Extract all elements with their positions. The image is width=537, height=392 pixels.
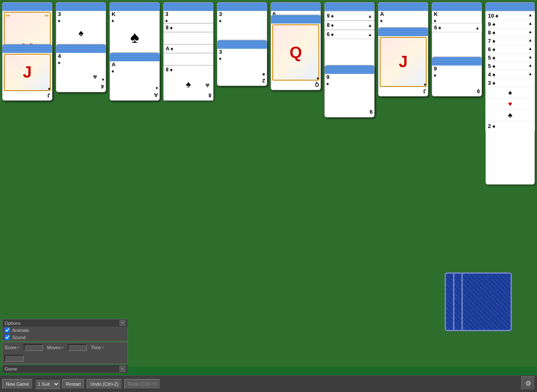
- card[interactable]: 9♠ 9: [324, 65, 375, 118]
- bottom-toolbar: New Game 1 Suit 2 Suits 4 Suits Restart …: [0, 375, 537, 392]
- moves-stat: Moves ×: [47, 345, 64, 350]
- gear-icon: ⚙: [525, 379, 531, 387]
- stock-pile[interactable]: [445, 272, 516, 337]
- options-header: Options ×: [3, 319, 128, 327]
- stock-card-3[interactable]: [461, 272, 512, 331]
- card[interactable]: 9♠ 9: [432, 57, 482, 97]
- card[interactable]: 9 ♠▲: [324, 11, 375, 21]
- restart-button[interactable]: Restart: [62, 379, 84, 389]
- time-label: Time: [91, 345, 101, 350]
- card[interactable]: 3♠ 2♣: [217, 40, 267, 86]
- animate-checkbox[interactable]: [5, 327, 10, 333]
- column-3[interactable]: K♠ ♠ K♠ A♠ A♠: [109, 2, 160, 101]
- animate-row: Animate: [3, 327, 128, 334]
- game-section-close[interactable]: ×: [120, 366, 125, 372]
- card[interactable]: J♠ J J♠: [378, 27, 428, 97]
- moves-value: 10: [68, 344, 87, 351]
- sound-row: Sound: [3, 334, 128, 341]
- undo-button[interactable]: Undo (Ctrl+Z): [87, 379, 123, 389]
- animate-label: Animate: [12, 328, 29, 333]
- card[interactable]: 8 ♠: [163, 23, 214, 32]
- score-label: Score: [5, 345, 17, 350]
- moves-label: Moves: [47, 345, 60, 350]
- bottom-left-panel: Options × Animate Sound Score × 490 Move…: [2, 319, 128, 373]
- card[interactable]: 6 ♠▲: [432, 23, 482, 32]
- column-5[interactable]: 3♠ 3♠ 3♠ 2♣: [217, 2, 267, 86]
- suit-selector[interactable]: 1 Suit 2 Suits 4 Suits: [35, 379, 60, 389]
- card[interactable]: 4♠ ♥ 4♠: [56, 44, 106, 92]
- options-close[interactable]: ×: [120, 320, 125, 326]
- column-1[interactable]: K♠ ♦♦ ♦♦ K ♠ ♦♦ ♦♦ K♠: [2, 2, 52, 101]
- redo-button[interactable]: Redo (Ctrl+Y): [124, 379, 160, 389]
- sound-checkbox[interactable]: [5, 335, 10, 340]
- card[interactable]: J♠ J J♠: [2, 44, 52, 101]
- column-2[interactable]: 3♠ ♠ ♠ ♠ 3♠ 4♠ ♥ 4♠: [56, 2, 106, 92]
- options-label: Options: [5, 321, 21, 326]
- sound-label: Sound: [12, 335, 26, 340]
- game-section-bar: Game ×: [2, 365, 128, 373]
- moves-close[interactable]: ×: [61, 346, 63, 350]
- game-area: K♠ ♦♦ ♦♦ K ♠ ♦♦ ♦♦ K♠: [0, 0, 537, 367]
- column-10[interactable]: J♠ 10 ♠▲ 9 ♠▲ 8 ♠▲ 7 ♠▲ 6 ♠▲ 5 ♠▲ 5 ♠▲ 4…: [485, 2, 535, 185]
- settings-button[interactable]: ⚙: [521, 376, 535, 390]
- options-panel: Options × Animate Sound: [2, 319, 128, 341]
- score-value: 490: [24, 344, 43, 351]
- column-4[interactable]: 3♠ 3♠ 8 ♠ A ♠ 8 ♠ ♠ ♥ 8: [163, 2, 214, 101]
- card[interactable]: 8 ♠▲: [324, 21, 375, 30]
- card[interactable]: 6 ♠▲: [324, 30, 375, 39]
- time-stat: Time ×: [91, 345, 104, 350]
- game-section-label: Game: [5, 366, 17, 371]
- column-8[interactable]: A♠ A J♠ J J♠: [378, 2, 428, 97]
- card[interactable]: Q♠ Q Q♠: [271, 15, 321, 90]
- time-value: 01:06: [5, 355, 23, 362]
- card[interactable]: A♠ A♠: [109, 52, 160, 101]
- column-9[interactable]: K♠ K 6 ♠▲ 9♠ 9: [432, 2, 482, 97]
- card[interactable]: 8 ♠ ♠ ♥ 8: [163, 65, 214, 101]
- column-7[interactable]: 10♠ 9 ♠▲ 8 ♠▲ 6 ♠▲ 9♠ 9: [324, 2, 375, 118]
- card[interactable]: A ♠: [163, 44, 214, 53]
- stats-panel: Score × 490 Moves × 10 Time × 01:06: [2, 342, 128, 364]
- column-6[interactable]: 6♠ 6 Q♠ Q Q♠: [271, 2, 321, 90]
- card-stack-rows: 10 ♠▲ 9 ♠▲ 8 ♠▲ 7 ♠▲ 6 ♠▲ 5 ♠▲ 5 ♠▲ 4 ♠▲…: [485, 11, 535, 131]
- score-stat: Score ×: [5, 345, 20, 350]
- time-close[interactable]: ×: [102, 346, 104, 350]
- new-game-button[interactable]: New Game: [2, 379, 33, 389]
- score-close[interactable]: ×: [18, 346, 20, 350]
